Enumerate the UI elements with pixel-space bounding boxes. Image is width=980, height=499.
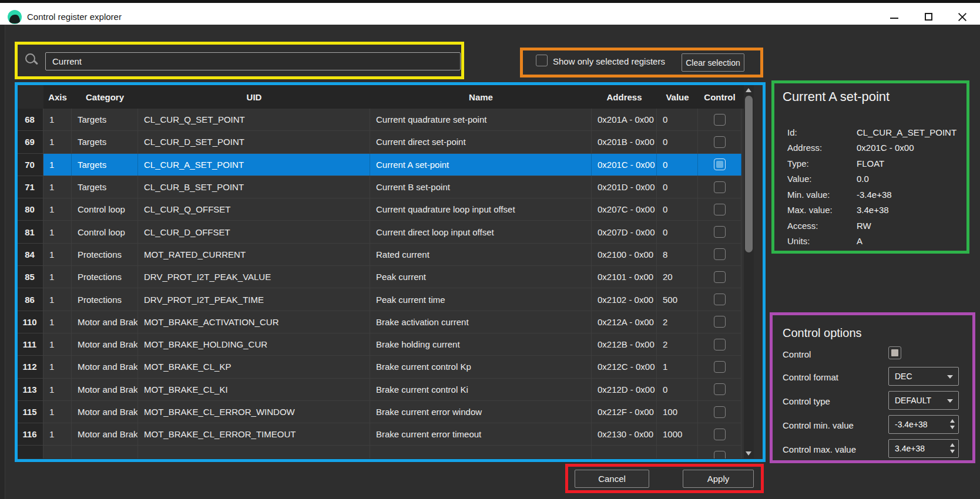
address-cell: 0x201C - 0x00: [592, 154, 657, 176]
num-cell: 86: [16, 288, 43, 310]
register-row[interactable]: 681TargetsCL_CUR_Q_SET_POINTCurrent quad…: [16, 109, 741, 131]
control-type-label: Control type: [783, 396, 830, 406]
axis-cell: 1: [43, 131, 72, 153]
register-row[interactable]: 691TargetsCL_CUR_D_SET_POINTCurrent dire…: [16, 131, 741, 153]
row-control-checkbox[interactable]: [714, 248, 726, 260]
header-axis[interactable]: Axis: [43, 85, 72, 109]
header-address[interactable]: Address: [592, 85, 657, 109]
uid-cell: CL_CUR_Q_SET_POINT: [138, 109, 370, 130]
uid-cell: MOT_BRAKE_HOLDING_CUR: [138, 333, 370, 355]
header-category[interactable]: Category: [72, 85, 138, 109]
register-row[interactable]: 861ProtectionsDRV_PROT_I2T_PEAK_TIMEPeak…: [16, 288, 741, 311]
detail-field-value: RW: [857, 221, 871, 231]
spin-up-icon[interactable]: [950, 443, 955, 447]
row-control-checkbox[interactable]: [714, 136, 726, 148]
detail-field-value: A: [857, 236, 862, 246]
clear-selection-button[interactable]: Clear selection: [682, 53, 744, 72]
name-cell: Brake current control Kp: [370, 356, 592, 377]
uid-cell: DRV_PROT_I2T_PEAK_VALUE: [138, 266, 370, 288]
row-control-checkbox[interactable]: [714, 361, 726, 373]
register-row[interactable]: 1161Motor and BrakeMOT_BRAKE_CL_ERROR_TI…: [16, 423, 741, 446]
num-cell: 112: [16, 356, 43, 377]
register-row[interactable]: 1151Motor and BrakeMOT_BRAKE_CL_ERROR_WI…: [16, 401, 741, 423]
detail-field-value: 0.0: [857, 174, 869, 184]
control-checkbox[interactable]: [888, 346, 901, 359]
address-cell: 0x207D - 0x00: [592, 221, 657, 242]
control-min-input[interactable]: -3.4e+38: [888, 415, 959, 434]
scroll-up-button[interactable]: [744, 85, 754, 95]
category-cell: Motor and Brake: [72, 356, 138, 377]
apply-button[interactable]: Apply: [683, 470, 754, 488]
row-control-checkbox[interactable]: [714, 406, 726, 418]
minimize-icon: [890, 18, 898, 19]
header-value[interactable]: Value: [657, 85, 698, 109]
row-control-checkbox[interactable]: [714, 226, 726, 238]
row-control-checkbox[interactable]: [714, 383, 726, 395]
header-name[interactable]: Name: [370, 85, 592, 109]
row-control-checkbox[interactable]: [714, 159, 726, 170]
register-row[interactable]: 1101Motor and BrakeMOT_BRAKE_ACTIVATION_…: [16, 311, 741, 333]
minimize-button[interactable]: [881, 6, 908, 28]
control-cell: [698, 154, 741, 176]
row-control-checkbox[interactable]: [714, 429, 726, 440]
register-row[interactable]: 711TargetsCL_CUR_B_SET_POINTCurrent B se…: [16, 176, 741, 198]
maximize-button[interactable]: [915, 6, 942, 28]
spin-down-icon[interactable]: [950, 426, 955, 429]
row-control-checkbox[interactable]: [714, 114, 726, 126]
axis-cell: [43, 446, 72, 458]
row-control-checkbox[interactable]: [714, 181, 726, 193]
spin-up-icon[interactable]: [950, 419, 955, 423]
row-control-checkbox[interactable]: [714, 451, 726, 458]
address-cell: 0x207C - 0x00: [592, 198, 657, 220]
category-cell: Control loop: [72, 198, 138, 220]
control-label: Control: [783, 349, 811, 359]
control-options-title: Control options: [783, 326, 862, 340]
category-cell: Targets: [72, 109, 138, 130]
control-format-select[interactable]: DEC: [888, 367, 959, 386]
register-row[interactable]: 1111Motor and BrakeMOT_BRAKE_HOLDING_CUR…: [16, 333, 741, 356]
name-cell: [370, 446, 592, 458]
spin-down-icon[interactable]: [950, 450, 955, 453]
header-uid[interactable]: UID: [138, 85, 370, 109]
register-row[interactable]: [16, 446, 741, 458]
header-corner: [16, 85, 43, 109]
control-cell: [698, 311, 741, 333]
row-control-checkbox[interactable]: [714, 271, 726, 283]
register-row[interactable]: 701TargetsCL_CUR_A_SET_POINTCurrent A se…: [16, 154, 741, 176]
scroll-down-button[interactable]: [744, 449, 754, 458]
num-cell: 84: [16, 244, 43, 265]
name-cell: Brake current error window: [370, 401, 592, 423]
uid-cell: CL_CUR_D_OFFSET: [138, 221, 370, 242]
row-control-checkbox[interactable]: [714, 339, 726, 350]
control-max-value: 3.4e+38: [895, 444, 925, 453]
control-cell: [698, 109, 741, 130]
header-control[interactable]: Control: [698, 85, 741, 109]
show-only-selected-checkbox[interactable]: [536, 55, 548, 66]
axis-cell: 1: [43, 356, 72, 377]
value-cell: 2: [657, 333, 698, 355]
row-control-checkbox[interactable]: [714, 316, 726, 328]
row-control-checkbox[interactable]: [714, 204, 726, 215]
register-row[interactable]: 1131Motor and BrakeMOT_BRAKE_CL_KIBrake …: [16, 379, 741, 401]
vertical-scrollbar[interactable]: [744, 85, 754, 458]
control-format-value: DEC: [895, 372, 912, 381]
close-button[interactable]: [948, 6, 975, 28]
control-type-select[interactable]: DEFAULT: [888, 391, 959, 410]
register-row[interactable]: 841ProtectionsMOT_RATED_CURRENTRated cur…: [16, 244, 741, 266]
row-control-checkbox[interactable]: [714, 294, 726, 305]
name-cell: Brake holding current: [370, 333, 592, 355]
cancel-button[interactable]: Cancel: [575, 470, 649, 488]
category-cell: Motor and Brake: [72, 401, 138, 423]
num-cell: 69: [16, 131, 43, 153]
register-row[interactable]: 1121Motor and BrakeMOT_BRAKE_CL_KPBrake …: [16, 356, 741, 378]
scrollbar-thumb[interactable]: [745, 96, 753, 252]
uid-cell: MOT_BRAKE_CL_ERROR_TIMEOUT: [138, 423, 370, 445]
control-max-input[interactable]: 3.4e+38: [888, 439, 959, 458]
register-row[interactable]: 851ProtectionsDRV_PROT_I2T_PEAK_VALUEPea…: [16, 266, 741, 288]
address-cell: 0x201D - 0x00: [592, 176, 657, 198]
num-cell: 68: [16, 109, 43, 130]
category-cell: Motor and Brake: [72, 379, 138, 400]
register-row[interactable]: 811Control loopCL_CUR_D_OFFSETCurrent di…: [16, 221, 741, 243]
register-row[interactable]: 801Control loopCL_CUR_Q_OFFSETCurrent qu…: [16, 198, 741, 221]
search-input[interactable]: [45, 52, 461, 70]
